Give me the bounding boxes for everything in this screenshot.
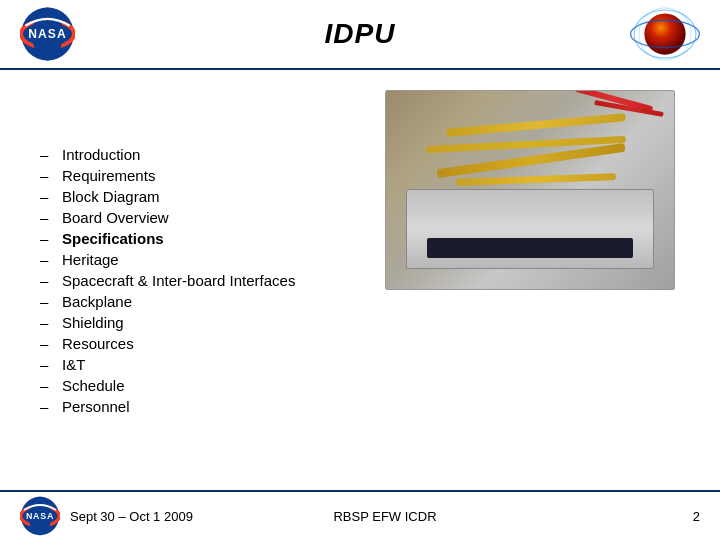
menu-dash: –	[40, 209, 50, 226]
page-title: IDPU	[325, 18, 396, 50]
menu-label-spacecraft-interfaces: Spacecraft & Inter-board Interfaces	[62, 272, 295, 289]
menu-dash: –	[40, 335, 50, 352]
menu-dash: –	[40, 167, 50, 184]
menu-dash: –	[40, 146, 50, 163]
hardware-image	[385, 90, 675, 290]
menu-label-personnel: Personnel	[62, 398, 130, 415]
rbsp-logo	[630, 7, 700, 62]
menu-item-requirements: –Requirements	[40, 167, 360, 184]
svg-text:NASA: NASA	[28, 27, 67, 41]
menu-label-board-overview: Board Overview	[62, 209, 169, 226]
menu-label-schedule: Schedule	[62, 377, 125, 394]
menu-item-backplane: –Backplane	[40, 293, 360, 310]
menu-label-resources: Resources	[62, 335, 134, 352]
menu-dash: –	[40, 230, 50, 247]
footer: NASA Sept 30 – Oct 1 2009 RBSP EFW ICDR …	[0, 490, 720, 540]
nasa-logo: NASA	[20, 7, 75, 62]
menu-item-board-overview: –Board Overview	[40, 209, 360, 226]
menu-list: –Introduction–Requirements–Block Diagram…	[40, 90, 360, 470]
menu-dash: –	[40, 293, 50, 310]
menu-item-shielding: –Shielding	[40, 314, 360, 331]
menu-dash: –	[40, 356, 50, 373]
menu-label-backplane: Backplane	[62, 293, 132, 310]
menu-item-resources: –Resources	[40, 335, 360, 352]
footer-page-number: 2	[543, 509, 701, 524]
menu-item-schedule: –Schedule	[40, 377, 360, 394]
menu-label-heritage: Heritage	[62, 251, 119, 268]
menu-label-block-diagram: Block Diagram	[62, 188, 160, 205]
menu-item-introduction: –Introduction	[40, 146, 360, 163]
menu-label-requirements: Requirements	[62, 167, 155, 184]
menu-item-personnel: –Personnel	[40, 398, 360, 415]
footer-date: Sept 30 – Oct 1 2009	[70, 509, 228, 524]
menu-dash: –	[40, 188, 50, 205]
menu-dash: –	[40, 377, 50, 394]
hardware-image-container	[380, 90, 680, 470]
menu-dash: –	[40, 272, 50, 289]
svg-text:NASA: NASA	[26, 511, 54, 521]
menu-item-specifications: –Specifications	[40, 230, 360, 247]
menu-label-specifications: Specifications	[62, 230, 164, 247]
main-content: –Introduction–Requirements–Block Diagram…	[0, 70, 720, 490]
footer-center-text: RBSP EFW ICDR	[228, 509, 543, 524]
header: NASA IDPU	[0, 0, 720, 70]
menu-dash: –	[40, 398, 50, 415]
menu-dash: –	[40, 314, 50, 331]
menu-item-block-diagram: –Block Diagram	[40, 188, 360, 205]
menu-item-heritage: –Heritage	[40, 251, 360, 268]
footer-nasa-logo: NASA	[20, 496, 60, 536]
menu-item-spacecraft-interfaces: –Spacecraft & Inter-board Interfaces	[40, 272, 360, 289]
menu-label-iat: I&T	[62, 356, 85, 373]
menu-dash: –	[40, 251, 50, 268]
menu-label-introduction: Introduction	[62, 146, 140, 163]
menu-label-shielding: Shielding	[62, 314, 124, 331]
menu-item-iat: –I&T	[40, 356, 360, 373]
